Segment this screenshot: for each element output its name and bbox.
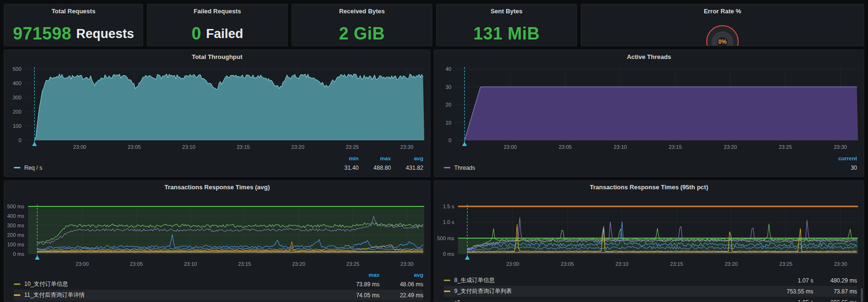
legend: max avg 10_支付订单信息 73.89 ms 48.06 ms 11_支… — [4, 269, 430, 301]
panel-total-requests: Total Requests 971598 Requests — [4, 4, 143, 46]
svg-text:23:00: 23:00 — [506, 261, 519, 267]
svg-text:300: 300 — [13, 95, 21, 100]
svg-text:500 ms: 500 ms — [437, 235, 455, 241]
stat-value: 971598 Requests — [4, 23, 143, 44]
svg-text:23:05: 23:05 — [130, 261, 143, 267]
svg-text:23:25: 23:25 — [346, 144, 359, 150]
legend-header: max avg — [14, 269, 423, 279]
svg-text:1.5 s: 1.5 s — [443, 204, 454, 209]
legend: 8_生成订单信息 1.07 s 480.29 ms 9_支付前查询订单列表 75… — [434, 269, 864, 302]
svg-text:23:20: 23:20 — [292, 261, 305, 267]
stat-number: 971598 — [13, 24, 71, 44]
panel-title: Total Requests — [4, 4, 143, 17]
svg-text:0: 0 — [19, 137, 21, 143]
panel-active-threads: Active Threads 01020304023:0023:0523:102… — [434, 49, 864, 177]
response-avg-chart[interactable]: 0 ms100 ms200 ms300 ms400 ms500 ms23:002… — [4, 194, 430, 269]
svg-text:300 ms: 300 ms — [7, 223, 25, 228]
panel-total-throughput: Total Throughput 010020030040050023:0023… — [4, 49, 430, 177]
legend-header: min max avg — [14, 153, 423, 162]
svg-text:100 ms: 100 ms — [7, 242, 25, 247]
svg-text:400: 400 — [13, 80, 21, 86]
legend: min max avg Req / s 31.40 488.80 431.82 — [4, 153, 430, 173]
stat-value: 131 MiB — [437, 23, 576, 44]
response-95pct-chart[interactable]: 0 ms500 ms1.0 s1.5 s23:0023:0523:1023:15… — [434, 194, 864, 269]
svg-text:23:20: 23:20 — [291, 144, 304, 150]
series-dash-icon — [444, 280, 450, 281]
svg-text:200: 200 — [13, 109, 21, 115]
svg-text:23:20: 23:20 — [724, 144, 737, 150]
svg-text:10: 10 — [446, 120, 451, 126]
panel-failed-requests: Failed Requests 0 Failed — [147, 4, 288, 46]
series-dash-icon — [444, 167, 450, 168]
panel-title: Failed Requests — [147, 4, 287, 17]
stat-number: 0 — [192, 24, 202, 44]
panel-received-bytes: Received Bytes 2 GiB — [292, 4, 432, 46]
stat-value: 2 GiB — [292, 23, 432, 44]
svg-text:23:10: 23:10 — [182, 144, 195, 150]
svg-text:23:00: 23:00 — [76, 261, 89, 267]
svg-text:23:25: 23:25 — [780, 261, 793, 267]
stat-value: 0 Failed — [147, 23, 287, 44]
svg-text:500 ms: 500 ms — [7, 204, 25, 209]
series-dash-icon — [14, 167, 20, 168]
svg-text:100: 100 — [13, 123, 21, 129]
svg-text:23:05: 23:05 — [559, 144, 572, 150]
stat-number: 131 MiB — [473, 24, 540, 44]
svg-text:23:05: 23:05 — [561, 261, 574, 267]
svg-text:23:00: 23:00 — [504, 144, 517, 150]
panel-title: Error Rate % — [581, 4, 864, 17]
legend-scrollbar-thumb[interactable] — [861, 288, 863, 302]
svg-text:23:20: 23:20 — [725, 261, 738, 267]
svg-text:0 ms: 0 ms — [443, 251, 454, 257]
svg-text:23:30: 23:30 — [400, 261, 414, 267]
legend-item-threads[interactable]: Threads 30 — [444, 162, 857, 173]
legend-item-11[interactable]: 11_支付后查询订单详情 74.05 ms 22.49 ms — [14, 290, 423, 301]
svg-text:500: 500 — [13, 66, 21, 72]
panel-error-rate: Error Rate % 0% — [581, 4, 864, 46]
svg-text:23:00: 23:00 — [73, 144, 87, 150]
panel-title: Transactions Response Times (95th pct) — [434, 181, 864, 194]
svg-text:23:10: 23:10 — [184, 261, 197, 267]
svg-text:0: 0 — [449, 137, 451, 143]
panel-response-avg: Transactions Response Times (avg) 0 ms10… — [4, 180, 430, 302]
svg-text:23:15: 23:15 — [237, 144, 250, 150]
svg-text:400 ms: 400 ms — [7, 213, 25, 219]
svg-text:30: 30 — [446, 84, 451, 90]
svg-text:200 ms: 200 ms — [7, 232, 25, 238]
series-dash-icon — [14, 294, 20, 296]
active-threads-chart[interactable]: 01020304023:0023:0523:1023:1523:2023:252… — [434, 64, 864, 153]
panel-title: Sent Bytes — [437, 4, 576, 17]
svg-text:23:15: 23:15 — [669, 144, 682, 150]
svg-text:23:15: 23:15 — [670, 261, 683, 267]
panel-sent-bytes: Sent Bytes 131 MiB — [436, 4, 577, 46]
svg-text:0 ms: 0 ms — [13, 251, 24, 257]
svg-text:23:30: 23:30 — [834, 261, 847, 267]
gauge-value: 0% — [581, 39, 864, 45]
svg-text:40: 40 — [446, 66, 451, 72]
svg-text:23:05: 23:05 — [127, 144, 141, 150]
svg-text:23:25: 23:25 — [346, 261, 360, 267]
total-throughput-chart[interactable]: 010020030040050023:0023:0523:1023:1523:2… — [4, 64, 430, 153]
panel-title: Active Threads — [434, 50, 864, 64]
svg-text:23:15: 23:15 — [238, 261, 251, 267]
panel-title: Total Throughput — [4, 50, 430, 64]
panel-response-95pct: Transactions Response Times (95th pct) 0… — [434, 180, 864, 302]
stat-suffix: Requests — [76, 27, 134, 41]
legend-item-all[interactable]: all 1.05 s 296.65 ms — [444, 297, 857, 302]
series-dash-icon — [444, 291, 450, 292]
svg-text:23:10: 23:10 — [614, 144, 627, 150]
svg-text:20: 20 — [446, 102, 451, 107]
legend-item-9[interactable]: 9_支付前查询订单列表 753.55 ms 73.87 ms — [444, 286, 857, 297]
stat-suffix: Failed — [206, 27, 243, 41]
legend-item-8[interactable]: 8_生成订单信息 1.07 s 480.29 ms — [444, 275, 857, 286]
stat-number: 2 GiB — [339, 24, 385, 44]
legend: current Threads 30 — [434, 153, 864, 173]
legend-header: current — [444, 153, 857, 162]
legend-item-req-s[interactable]: Req / s 31.40 488.80 431.82 — [14, 162, 423, 173]
legend-item-10[interactable]: 10_支付订单信息 73.89 ms 48.06 ms — [14, 279, 423, 290]
panel-title: Transactions Response Times (avg) — [4, 181, 430, 194]
svg-text:23:30: 23:30 — [834, 144, 847, 150]
svg-text:23:30: 23:30 — [400, 144, 414, 150]
panel-title: Received Bytes — [292, 4, 432, 17]
svg-text:23:10: 23:10 — [615, 261, 629, 267]
